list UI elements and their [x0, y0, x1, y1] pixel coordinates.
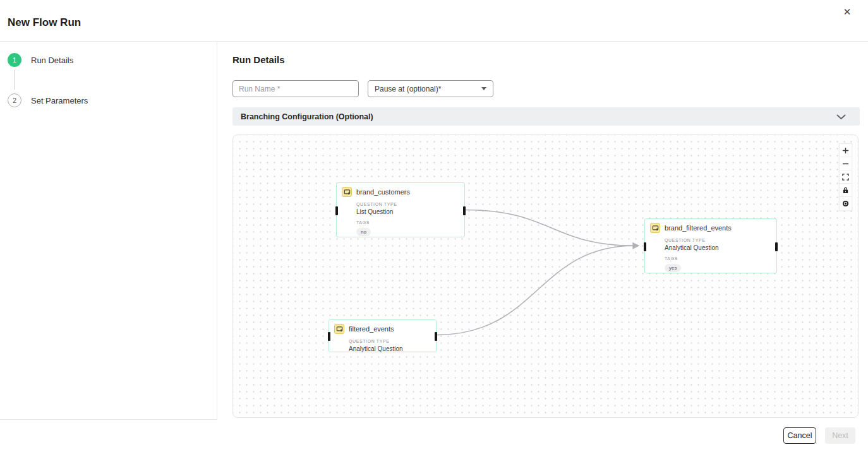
run-name-input[interactable]: [232, 80, 359, 97]
question-node-icon: [334, 324, 344, 334]
pause-at-select[interactable]: Pause at (optional)*: [368, 80, 493, 97]
close-icon: ✕: [843, 6, 852, 17]
question-type-value: List Question: [356, 208, 459, 215]
step-2-indicator: 2: [8, 93, 21, 107]
tag-chip: no: [356, 228, 371, 236]
zoom-in-button[interactable]: [840, 144, 852, 157]
question-type-value: Analytical Question: [349, 345, 431, 352]
step-2-label: Set Parameters: [31, 96, 88, 105]
caret-down-icon: [481, 87, 486, 90]
pause-at-selected-label: Pause at (optional)*: [375, 85, 441, 93]
tags-label: TAGS: [356, 220, 459, 225]
node-header: filtered_events: [329, 320, 436, 334]
flow-canvas[interactable]: brand_customers QUESTION TYPE List Quest…: [232, 134, 859, 418]
node-title: filtered_events: [349, 325, 394, 333]
main-panel: Run Details Pause at (optional)* Branchi…: [217, 42, 868, 420]
question-type-label: QUESTION TYPE: [665, 238, 771, 242]
flow-node-brand-filtered-events[interactable]: brand_filtered_events QUESTION TYPE Anal…: [644, 218, 777, 273]
node-header: brand_filtered_events: [645, 219, 776, 233]
question-type-label: QUESTION TYPE: [356, 202, 459, 206]
fit-view-button[interactable]: [840, 170, 852, 184]
next-button[interactable]: Next: [825, 427, 855, 444]
canvas-controls: [839, 143, 852, 211]
question-type-value: Analytical Question: [665, 244, 771, 251]
flow-edges: [233, 135, 858, 417]
node-source-handle[interactable]: [463, 206, 466, 215]
page-title: Run Details: [232, 54, 860, 65]
fit-view-icon: [842, 174, 849, 181]
form-row: Pause at (optional)*: [232, 80, 860, 97]
stepper-sidebar: 1 Run Details 2 Set Parameters: [0, 42, 217, 420]
flow-node-brand-customers[interactable]: brand_customers QUESTION TYPE List Quest…: [336, 182, 465, 237]
node-target-handle[interactable]: [335, 206, 338, 215]
modal-title: New Flow Run: [8, 16, 81, 29]
node-body: QUESTION TYPE Analytical Question TAGS y…: [645, 233, 776, 272]
modal-header: New Flow Run ✕: [0, 0, 868, 42]
node-body: QUESTION TYPE Analytical Question: [329, 334, 436, 352]
question-node-icon: [342, 187, 352, 197]
lock-button[interactable]: [840, 184, 852, 197]
plus-icon: [842, 147, 849, 154]
sidebar-item-set-parameters[interactable]: 2 Set Parameters: [8, 93, 88, 107]
edge-brand-customers-to-brand-filtered-events: [466, 210, 635, 246]
step-1-label: Run Details: [31, 56, 73, 65]
minus-icon: [842, 160, 849, 167]
modal-footer: Cancel Next: [0, 420, 868, 451]
edge-filtered-events-to-brand-filtered-events: [437, 246, 635, 335]
node-title: brand_filtered_events: [665, 224, 732, 232]
branching-configuration-header[interactable]: Branching Configuration (Optional): [232, 107, 860, 126]
node-body: QUESTION TYPE List Question TAGS no: [337, 197, 464, 236]
flow-node-filtered-events[interactable]: filtered_events QUESTION TYPE Analytical…: [329, 319, 437, 352]
node-source-handle[interactable]: [775, 242, 778, 251]
close-button[interactable]: ✕: [840, 5, 854, 19]
branching-configuration-label: Branching Configuration (Optional): [241, 112, 373, 121]
step-connector-line: [15, 70, 15, 90]
lock-icon: [842, 187, 849, 194]
edge-arrowhead-icon: [632, 242, 639, 249]
question-node-icon: [650, 223, 660, 233]
sidebar-item-run-details[interactable]: 1 Run Details: [8, 53, 73, 67]
tag-chip: yes: [665, 264, 681, 272]
node-target-handle[interactable]: [328, 332, 330, 341]
tags-label: TAGS: [665, 256, 771, 261]
node-target-handle[interactable]: [644, 242, 646, 251]
cancel-button[interactable]: Cancel: [783, 427, 816, 444]
node-source-handle[interactable]: [435, 332, 437, 341]
zoom-out-button[interactable]: [840, 157, 852, 170]
chevron-down-icon: [836, 111, 846, 122]
modal-body: 1 Run Details 2 Set Parameters Run Detai…: [0, 42, 868, 420]
focus-button[interactable]: [840, 197, 852, 210]
node-title: brand_customers: [356, 188, 410, 196]
step-1-indicator: 1: [8, 53, 21, 67]
node-header: brand_customers: [337, 183, 464, 197]
focus-icon: [842, 200, 849, 207]
question-type-label: QUESTION TYPE: [349, 339, 431, 343]
